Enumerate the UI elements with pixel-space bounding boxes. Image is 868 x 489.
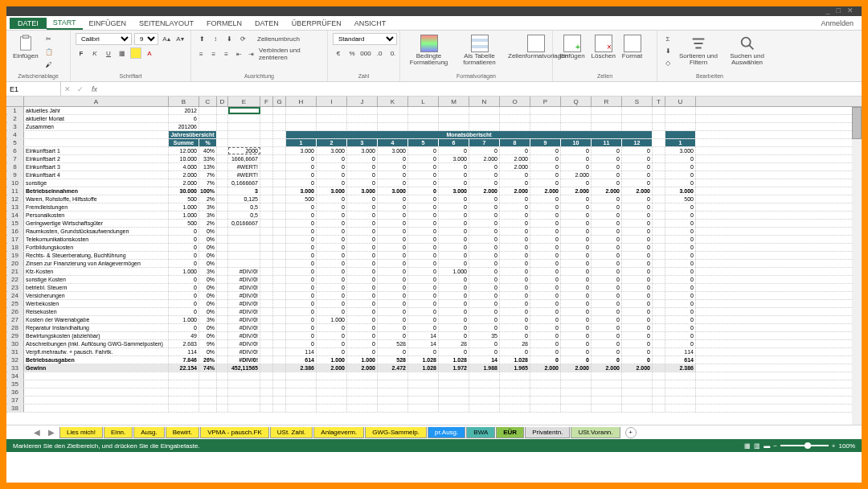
cell[interactable]: 0 [439,276,469,283]
cell[interactable] [500,388,530,396]
cell[interactable]: 0 [439,203,469,211]
decrease-font-button[interactable]: A▾ [174,34,186,45]
cell[interactable] [408,380,439,388]
cell[interactable]: Betriebsausgaben [24,356,169,364]
row-header[interactable]: 18 [6,244,24,251]
cell[interactable]: 0 [469,244,500,251]
col-header-R[interactable]: R [592,97,622,106]
cell[interactable]: 0 [408,316,439,323]
cell[interactable] [665,397,696,404]
cell[interactable]: 0 [561,220,592,227]
cell[interactable]: 0 [530,228,561,235]
cell[interactable] [273,123,286,130]
cell[interactable] [347,388,378,396]
cell[interactable]: #DIV/0! [228,356,260,364]
row-header[interactable]: 17 [6,236,24,243]
col-header-O[interactable]: O [500,97,530,106]
cell[interactable]: 0 [378,348,408,355]
cell[interactable]: 3.000 [347,147,378,154]
increase-font-button[interactable]: A▴ [161,34,172,45]
cell[interactable] [273,316,286,323]
cell[interactable]: #DIV/0! [228,276,260,283]
cell[interactable]: 0 [530,171,561,179]
cell[interactable]: 3.000 [378,187,408,195]
row-header[interactable]: 19 [6,252,24,259]
cell[interactable]: 0 [592,195,622,203]
cell[interactable] [217,147,228,154]
cell[interactable]: 0 [469,340,500,347]
row-header[interactable]: 32 [6,356,24,364]
maximize-icon[interactable]: □ [837,6,841,14]
cell[interactable] [665,405,696,412]
sheet-tab[interactable]: Anlageverm. [313,427,364,438]
cell[interactable]: 0 [500,212,530,219]
cell[interactable]: 0 [317,236,347,243]
cell[interactable] [653,228,665,235]
cell[interactable]: #DIV/0! [228,332,260,339]
cell[interactable]: 0 [592,155,622,162]
sheet-tab[interactable]: Ausg. [133,427,164,438]
cell[interactable] [260,284,273,291]
cell[interactable]: 0 [530,163,561,171]
cell[interactable]: 0 [378,284,408,291]
cell[interactable] [653,236,665,243]
cell[interactable] [653,388,665,396]
cell[interactable]: 0 [469,268,500,275]
cell[interactable] [260,244,273,251]
cell[interactable] [24,372,169,380]
cell[interactable] [653,195,665,203]
cell[interactable]: 0 [561,284,592,291]
cell[interactable]: 0 [347,171,378,179]
cell[interactable]: 0 [622,179,653,187]
cell[interactable] [653,316,665,323]
cell[interactable] [592,115,622,122]
cell[interactable] [217,284,228,291]
cell[interactable]: 1.000 [317,316,347,323]
align-center-button[interactable]: ≡ [209,48,219,60]
view-normal-button[interactable]: ▦ [744,442,751,450]
cell[interactable] [273,195,286,203]
cell[interactable]: 0 [469,220,500,227]
cell[interactable] [273,163,286,171]
row-header[interactable]: 25 [6,300,24,307]
cell[interactable]: 0 [592,212,622,219]
cell[interactable] [217,276,228,283]
cell[interactable] [260,372,273,380]
cell[interactable] [217,163,228,171]
cell[interactable] [653,372,665,380]
cell[interactable]: 0 [408,163,439,171]
cell[interactable]: 3.000 [286,187,317,195]
cell[interactable]: 0 [469,324,500,331]
cell[interactable] [217,292,228,299]
cell[interactable]: 0 [665,332,696,339]
cell[interactable] [273,203,286,211]
cell[interactable]: 0 [500,252,530,259]
cell[interactable]: 0 [378,171,408,179]
cell[interactable]: 0 [439,163,469,171]
cell[interactable]: 0 [500,292,530,299]
cell[interactable]: #DIV/0! [228,316,260,323]
cell[interactable]: 2.000 [500,155,530,162]
cell[interactable]: Raumkosten, Grundstücksaufwendungen [24,228,169,235]
cell[interactable] [653,131,665,138]
menu-start[interactable]: START [47,17,83,30]
cell[interactable] [622,115,653,122]
cell[interactable]: 0% [199,324,217,331]
cell[interactable]: 0 [530,179,561,187]
cell[interactable]: 3 [228,187,260,195]
cell[interactable]: 0 [439,324,469,331]
cell[interactable]: 1.028 [439,356,469,364]
cell[interactable]: 2.000 [169,171,199,179]
cell[interactable]: 0 [169,284,199,291]
cell[interactable] [273,147,286,154]
cell[interactable] [273,155,286,162]
orientation-button[interactable]: ⟳ [237,33,248,44]
sort-filter-button[interactable]: Sortieren und Filtern [677,33,720,68]
sheet-tab[interactable]: EÜR [496,427,524,438]
cell[interactable]: aktueller Monat [24,115,169,122]
cell[interactable] [260,139,273,146]
cell[interactable] [217,316,228,323]
cell[interactable] [228,228,260,235]
cell[interactable]: 0 [408,244,439,251]
cell[interactable]: 0% [199,284,217,291]
